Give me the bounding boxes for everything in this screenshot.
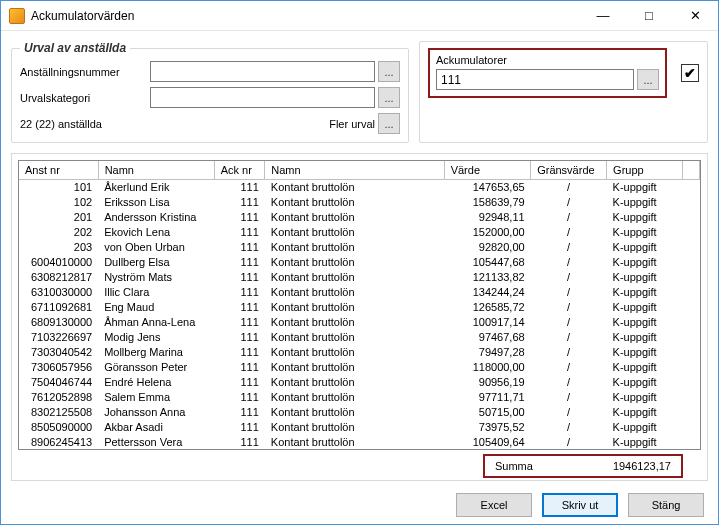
col-acknr[interactable]: Ack nr — [214, 161, 265, 179]
table-row[interactable]: 7612052898Salem Emma111Kontant bruttolön… — [19, 389, 700, 404]
table-row[interactable]: 8906245413Pettersson Vera111Kontant brut… — [19, 434, 700, 449]
window-buttons: — □ ✕ — [580, 1, 718, 30]
ack-highlight-box: Ackumulatorer ... — [428, 48, 667, 98]
table-row[interactable]: 202Ekovich Lena111Kontant bruttolön15200… — [19, 224, 700, 239]
kat-label: Urvalskategori — [20, 92, 150, 104]
footer: Excel Skriv ut Stäng — [1, 481, 718, 525]
sum-box: Summa 1946123,17 — [483, 454, 683, 478]
kat-input[interactable] — [150, 87, 375, 108]
ack-input[interactable] — [436, 69, 634, 90]
excel-button[interactable]: Excel — [456, 493, 532, 517]
ack-panel: Ackumulatorer ... ✔ — [419, 41, 708, 143]
anst-input[interactable] — [150, 61, 375, 82]
table-row[interactable]: 7504046744Endré Helena111Kontant bruttol… — [19, 374, 700, 389]
close-button[interactable]: ✕ — [672, 1, 718, 30]
col-grupp[interactable]: Grupp — [607, 161, 683, 179]
ack-browse-button[interactable]: ... — [637, 69, 659, 90]
anst-browse-button[interactable]: ... — [378, 61, 400, 82]
table-row[interactable]: 6809130000Åhman Anna-Lena111Kontant brut… — [19, 314, 700, 329]
sum-value: 1946123,17 — [613, 460, 671, 472]
col-anstnr[interactable]: Anst nr — [19, 161, 98, 179]
table-row[interactable]: 201Andersson Kristina111Kontant bruttolö… — [19, 209, 700, 224]
table-row[interactable]: 102Eriksson Lisa111Kontant bruttolön1586… — [19, 194, 700, 209]
close-window-button[interactable]: Stäng — [628, 493, 704, 517]
table-row[interactable]: 7103226697Modig Jens111Kontant bruttolön… — [19, 329, 700, 344]
grid-wrap: Anst nr Namn Ack nr Namn Värde Gränsvärd… — [18, 160, 701, 450]
fler-urval-link[interactable]: Fler urval — [329, 118, 375, 130]
grid-panel: Anst nr Namn Ack nr Namn Värde Gränsvärd… — [11, 153, 708, 481]
ack-check-icon[interactable]: ✔ — [681, 64, 699, 82]
sum-label: Summa — [495, 460, 533, 472]
table-row[interactable]: 6308212817Nyström Mats111Kontant bruttol… — [19, 269, 700, 284]
anstallda-count: 22 (22) anställda — [20, 118, 329, 130]
table-row[interactable]: 7303040542Mollberg Marina111Kontant brut… — [19, 344, 700, 359]
col-namn2[interactable]: Namn — [265, 161, 444, 179]
col-spacer — [683, 161, 700, 179]
anst-label: Anställningsnummer — [20, 66, 150, 78]
data-table[interactable]: Anst nr Namn Ack nr Namn Värde Gränsvärd… — [19, 161, 700, 449]
table-row[interactable]: 6711092681Eng Maud111Kontant bruttolön12… — [19, 299, 700, 314]
col-grans[interactable]: Gränsvärde — [531, 161, 607, 179]
col-varde[interactable]: Värde — [444, 161, 531, 179]
ack-label: Ackumulatorer — [436, 54, 659, 66]
app-icon — [9, 8, 25, 24]
print-button[interactable]: Skriv ut — [542, 493, 618, 517]
urval-panel: Urval av anställda Anställningsnummer ..… — [11, 41, 409, 143]
table-row[interactable]: 101Åkerlund Erik111Kontant bruttolön1476… — [19, 179, 700, 194]
minimize-button[interactable]: — — [580, 1, 626, 30]
col-namn1[interactable]: Namn — [98, 161, 214, 179]
kat-browse-button[interactable]: ... — [378, 87, 400, 108]
urval-legend: Urval av anställda — [20, 41, 130, 55]
table-row[interactable]: 8505090000Akbar Asadi111Kontant bruttolö… — [19, 419, 700, 434]
fler-urval-button[interactable]: ... — [378, 113, 400, 134]
maximize-button[interactable]: □ — [626, 1, 672, 30]
titlebar: Ackumulatorvärden — □ ✕ — [1, 1, 718, 31]
table-row[interactable]: 6004010000Dullberg Elsa111Kontant brutto… — [19, 254, 700, 269]
window-title: Ackumulatorvärden — [31, 9, 580, 23]
table-row[interactable]: 7306057956Göransson Peter111Kontant brut… — [19, 359, 700, 374]
table-row[interactable]: 203von Oben Urban111Kontant bruttolön928… — [19, 239, 700, 254]
table-row[interactable]: 6310030000Illic Clara111Kontant bruttolö… — [19, 284, 700, 299]
table-row[interactable]: 8302125508Johansson Anna111Kontant brutt… — [19, 404, 700, 419]
